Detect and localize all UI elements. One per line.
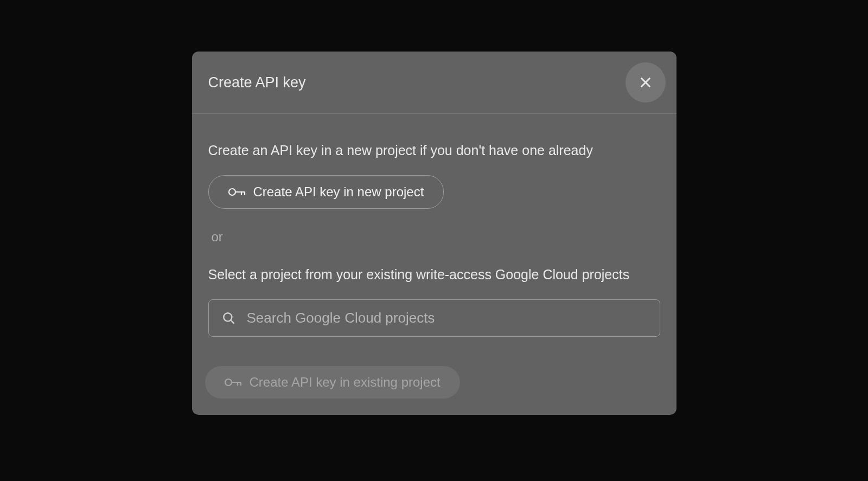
footer-actions: Create API key in existing project	[205, 366, 660, 399]
create-existing-project-label: Create API key in existing project	[250, 375, 441, 390]
svg-point-8	[225, 379, 232, 386]
svg-line-7	[231, 320, 234, 323]
existing-project-prompt: Select a project from your existing writ…	[208, 265, 660, 284]
create-existing-project-button[interactable]: Create API key in existing project	[205, 366, 460, 399]
close-icon	[638, 75, 653, 90]
search-icon	[222, 311, 236, 325]
new-project-prompt: Create an API key in a new project if yo…	[208, 141, 660, 160]
create-new-project-button[interactable]: Create API key in new project	[208, 175, 444, 209]
create-api-key-dialog: Create API key Create an API key in a ne…	[192, 52, 676, 415]
svg-point-6	[224, 313, 232, 321]
search-projects-input[interactable]	[247, 310, 647, 326]
close-button[interactable]	[626, 62, 666, 102]
dialog-title: Create API key	[208, 74, 306, 91]
search-field[interactable]	[208, 299, 660, 337]
or-separator: or	[212, 229, 660, 245]
key-icon	[225, 377, 242, 388]
dialog-body: Create an API key in a new project if yo…	[192, 114, 676, 415]
dialog-header: Create API key	[192, 52, 676, 114]
create-new-project-label: Create API key in new project	[253, 184, 424, 200]
key-icon	[228, 187, 246, 197]
svg-point-2	[229, 189, 235, 195]
